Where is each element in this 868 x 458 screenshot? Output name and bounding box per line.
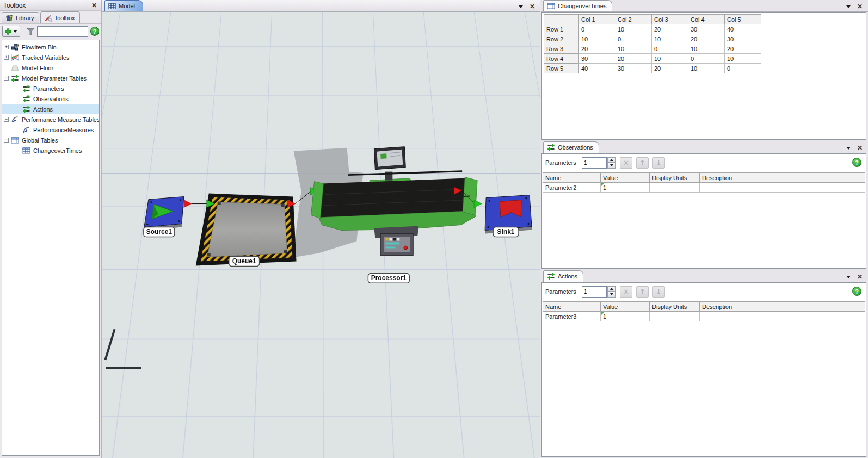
cell[interactable]: 0: [615, 34, 652, 44]
parameter-table-icon: [11, 75, 19, 82]
tree-item-model-parameter-tables[interactable]: − Model Parameter Tables: [2, 73, 99, 83]
panel-menu-icon[interactable]: [846, 276, 851, 278]
tab-observations[interactable]: Observations: [543, 141, 599, 153]
spinner-up-button[interactable]: [607, 286, 616, 292]
cell[interactable]: 30: [688, 24, 725, 34]
close-icon[interactable]: ✕: [856, 3, 864, 10]
tree-item-global-tables[interactable]: − Global Tables: [2, 135, 99, 145]
name-cell[interactable]: Parameter2: [543, 183, 601, 193]
tree-item-parameters[interactable]: Parameters: [2, 83, 99, 94]
display-units-cell[interactable]: [650, 183, 700, 193]
global-table-icon: [22, 147, 30, 154]
tree-item-flowitem-bin[interactable]: + FlowItem Bin: [2, 42, 99, 52]
tab-changeovertimes[interactable]: ChangeoverTimes: [543, 0, 612, 11]
cell[interactable]: 10: [615, 44, 652, 54]
parameters-count-input[interactable]: [582, 286, 607, 298]
cell[interactable]: 10: [652, 54, 688, 64]
observations-panel: Observations ✕ Parameters ✕ ↑ ↓ ? Name V…: [541, 141, 868, 269]
delete-icon: ✕: [623, 288, 629, 296]
source-object[interactable]: [144, 197, 184, 231]
tree-item-tracked-variables[interactable]: + Tracked Variables: [2, 52, 99, 63]
tree-item-model-floor[interactable]: Model Floor: [2, 63, 99, 73]
tree-item-performancemeasures[interactable]: PerformanceMeasures: [2, 125, 99, 135]
description-cell[interactable]: [700, 312, 865, 321]
cell[interactable]: 10: [725, 54, 761, 64]
tab-menu-icon[interactable]: [519, 5, 523, 8]
queue-label: Queue1: [232, 257, 256, 265]
source-label: Source1: [146, 228, 173, 236]
move-up-button[interactable]: ↑: [636, 286, 649, 298]
move-up-button[interactable]: ↑: [636, 157, 649, 169]
cell[interactable]: 10: [579, 34, 615, 44]
arrow-up-icon: ↑: [639, 159, 645, 167]
tab-model[interactable]: Model: [104, 0, 143, 11]
close-icon[interactable]: ✕: [856, 144, 864, 152]
cell[interactable]: 20: [615, 54, 652, 64]
cell[interactable]: 20: [652, 64, 688, 73]
tab-library[interactable]: Library: [2, 12, 39, 23]
collapse-icon[interactable]: −: [4, 138, 9, 143]
value-cell[interactable]: 1: [601, 183, 650, 193]
model-tabbar: Model ✕: [102, 0, 540, 12]
cell[interactable]: 30: [579, 54, 615, 64]
tree-item-performance-measure-tables[interactable]: − Performance Measure Tables: [2, 114, 99, 125]
tab-actions[interactable]: Actions: [543, 270, 583, 282]
cell[interactable]: 20: [652, 24, 688, 34]
col-header: Name: [543, 302, 601, 312]
value-cell[interactable]: 1: [601, 312, 650, 321]
spinner-up-button[interactable]: [607, 157, 616, 163]
cell[interactable]: 0: [688, 54, 725, 64]
help-icon[interactable]: ?: [852, 287, 861, 296]
tree-item-observations[interactable]: Observations: [2, 94, 99, 104]
spinner-down-button[interactable]: [607, 163, 616, 169]
tree-item-actions[interactable]: Actions: [2, 104, 99, 114]
tab-library-label: Library: [16, 15, 34, 21]
cell[interactable]: 10: [652, 34, 688, 44]
cell[interactable]: 10: [615, 24, 652, 34]
name-cell[interactable]: Parameter3: [543, 312, 601, 321]
close-icon[interactable]: ✕: [856, 273, 864, 281]
search-input[interactable]: [37, 26, 88, 37]
cell[interactable]: 20: [579, 44, 615, 54]
panel-menu-icon[interactable]: [846, 147, 851, 150]
cell[interactable]: 40: [725, 24, 761, 34]
delete-parameter-button[interactable]: ✕: [620, 157, 632, 169]
cell[interactable]: 10: [688, 44, 725, 54]
cell[interactable]: 20: [725, 44, 761, 54]
help-icon[interactable]: ?: [852, 158, 861, 167]
model-3d-view[interactable]: Source1 Queue1 Processor1 Sink1: [102, 12, 540, 458]
performance-measure-icon: [22, 126, 30, 134]
cell[interactable]: 10: [688, 64, 725, 73]
expand-icon[interactable]: +: [4, 55, 9, 60]
spinner-down-button[interactable]: [607, 292, 616, 298]
filter-icon[interactable]: [27, 28, 35, 35]
close-icon[interactable]: ✕: [528, 3, 536, 10]
close-icon[interactable]: ✕: [90, 2, 98, 9]
tree-item-changeovertimes[interactable]: ChangeoverTimes: [2, 145, 99, 156]
move-down-button[interactable]: ↓: [652, 157, 665, 169]
display-units-cell[interactable]: [650, 312, 700, 321]
parameters-count-input[interactable]: [582, 157, 607, 169]
cell[interactable]: 0: [579, 24, 615, 34]
col-header: Value: [601, 302, 650, 312]
panel-menu-icon[interactable]: [846, 5, 851, 8]
cell[interactable]: 30: [725, 34, 761, 44]
expand-icon[interactable]: +: [4, 45, 9, 49]
cell[interactable]: 0: [652, 44, 688, 54]
sink-label: Sink1: [497, 228, 515, 236]
description-cell[interactable]: [700, 183, 865, 193]
tree-item-label: FlowItem Bin: [22, 44, 57, 51]
help-icon[interactable]: ?: [90, 27, 99, 36]
cell[interactable]: 40: [579, 64, 615, 73]
col-header: Display Units: [650, 173, 700, 183]
move-down-button[interactable]: ↓: [652, 286, 665, 298]
add-tool-button[interactable]: [2, 26, 20, 37]
collapse-icon[interactable]: −: [4, 117, 9, 122]
cell[interactable]: 20: [688, 34, 725, 44]
cell[interactable]: 0: [725, 64, 761, 73]
global-table-icon: [11, 137, 19, 144]
tab-toolbox[interactable]: Toolbox: [40, 11, 80, 23]
collapse-icon[interactable]: −: [4, 76, 9, 81]
delete-parameter-button[interactable]: ✕: [620, 286, 632, 298]
cell[interactable]: 30: [615, 64, 652, 73]
